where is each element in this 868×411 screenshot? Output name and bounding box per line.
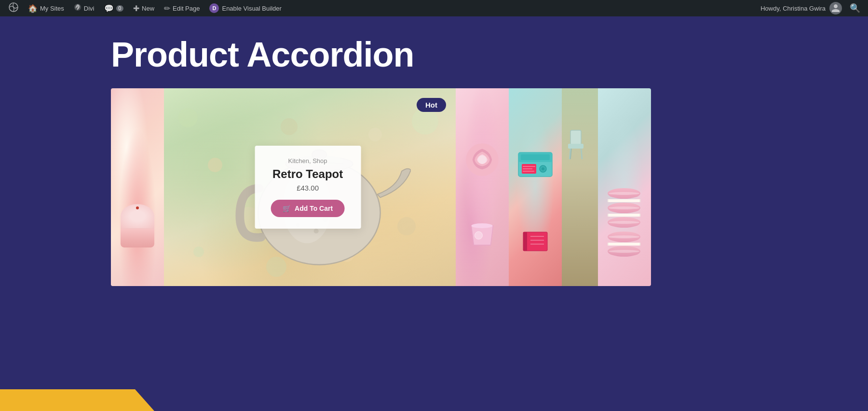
comments-count: 0 [116,5,124,12]
accordion-panel-main[interactable]: Hot Kitchen, Shop Retro Teapot £43.00 🛒 … [164,88,456,286]
macaron-1 [608,188,640,199]
accordion-panel-6[interactable] [598,88,651,286]
svg-rect-29 [570,130,581,145]
comments-item[interactable]: 💬 0 [99,0,129,16]
svg-point-20 [542,167,544,170]
accordion-panel-5[interactable] [562,88,598,286]
svg-rect-21 [523,166,535,167]
howdy-text: Howdy, Christina Gwira [760,5,826,12]
new-label: New [142,5,154,12]
macaron-filling-1 [608,199,640,202]
add-to-cart-button[interactable]: 🛒 Add To Cart [271,200,344,217]
divi-leaf-icon [74,3,81,13]
macaron-filling-2 [608,214,640,217]
product-card: Kitchen, Shop Retro Teapot £43.00 🛒 Add … [255,146,361,229]
pencil-icon: ✏ [164,4,170,13]
rose-image [461,138,504,181]
macaron-2 [608,203,640,213]
chairs-image [566,128,592,166]
product-name: Retro Teapot [270,167,345,181]
svg-rect-17 [521,154,550,160]
cart-icon: 🛒 [283,205,291,212]
svg-rect-25 [523,232,527,251]
enable-visual-builder-item[interactable]: D Enable Visual Builder [204,0,286,16]
product-categories: Kitchen, Shop [270,157,345,164]
bottom-bar [0,389,154,411]
main-content: Product Accordion [0,0,868,411]
my-sites-item[interactable]: 🏠 My Sites [23,0,69,16]
plus-icon: ✚ [133,4,139,13]
svg-rect-30 [568,144,583,149]
hot-badge: Hot [417,98,446,112]
divi-circle-icon: D [209,3,219,13]
radio-image [516,148,555,179]
accordion-panel-1[interactable] [111,88,164,286]
admin-bar: 🏠 My Sites Divi 💬 0 ✚ New ✏ Edit Page D [0,0,868,16]
user-avatar[interactable] [829,2,842,14]
wordpress-logo-item[interactable] [4,0,23,16]
edit-page-item[interactable]: ✏ Edit Page [159,0,204,16]
outdoor-bg [562,88,598,286]
edit-page-label: Edit Page [173,5,200,12]
wordpress-icon [9,2,18,14]
accordion-panel-4[interactable] [509,88,562,286]
svg-point-9 [313,229,318,233]
enable-visual-builder-label: Enable Visual Builder [222,5,281,12]
sites-icon: 🏠 [28,4,38,13]
pink-cup [467,221,498,247]
macaron-3 [608,217,640,228]
macaron-stack [608,188,641,257]
macaron-filling-3 [608,243,640,246]
svg-line-32 [581,149,582,159]
svg-point-13 [472,223,493,228]
macaron-4 [608,232,640,242]
red-notebook [521,231,550,252]
search-button[interactable]: 🔍 [846,3,864,14]
divi-item[interactable]: Divi [69,0,99,16]
page-title-area: Product Accordion [0,16,868,88]
add-to-cart-label: Add To Cart [295,205,333,212]
accordion-panel-3[interactable] [456,88,509,286]
product-price: £43.00 [270,184,345,192]
svg-point-14 [475,232,483,239]
product-accordion: Hot Kitchen, Shop Retro Teapot £43.00 🛒 … [111,88,651,286]
divi-label: Divi [84,5,95,12]
cupcake-frosting [121,204,154,228]
new-item[interactable]: ✚ New [128,0,159,16]
svg-rect-23 [523,171,534,172]
macaron-5 [608,246,640,257]
my-sites-label: My Sites [40,5,64,12]
comments-icon: 💬 [104,4,114,13]
page-title: Product Accordion [111,36,868,74]
svg-point-12 [478,155,487,164]
svg-rect-22 [523,168,532,169]
